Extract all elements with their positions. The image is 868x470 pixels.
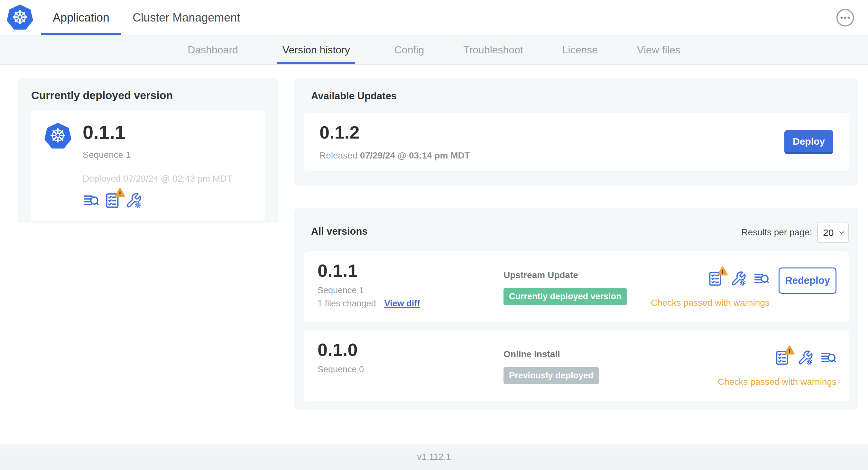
redeploy-button[interactable]: Redeploy [779, 267, 836, 294]
config-icon[interactable] [125, 192, 142, 209]
deploy-button[interactable]: Deploy [784, 130, 833, 154]
version-actions: Checks passed with warnings [718, 350, 836, 387]
tab-view-files-label: View files [637, 44, 680, 56]
deployed-version-number: 0.1.1 [83, 123, 232, 142]
logs-icon[interactable] [83, 192, 99, 209]
checks-status-text: Checks passed with warnings [718, 377, 836, 387]
tab-application[interactable]: Application [41, 0, 121, 35]
version-sequence: Sequence 0 [317, 365, 364, 374]
version-actions: Checks passed with warnings Redeploy [651, 271, 836, 308]
tab-application-label: Application [53, 11, 110, 25]
tab-dashboard[interactable]: Dashboard [188, 35, 238, 64]
admin-console-app: ☸ Application Cluster Management Dashboa… [0, 0, 868, 470]
version-sequence: Sequence 1 [317, 286, 420, 296]
update-released-line: Released 07/29/24 @ 03:14 pm MDT [319, 150, 470, 161]
update-version-number: 0.1.2 [319, 124, 470, 141]
tab-license-label: License [562, 44, 598, 56]
tab-version-history[interactable]: Version history [277, 35, 355, 64]
tab-config-label: Config [395, 44, 424, 56]
tab-license[interactable]: License [562, 35, 598, 64]
tab-version-history-label: Version history [282, 44, 350, 56]
tab-view-files[interactable]: View files [637, 35, 680, 64]
files-changed-label: 1 files changed [317, 299, 376, 309]
primary-nav: Application Cluster Management [41, 0, 252, 35]
tab-config[interactable]: Config [395, 35, 424, 64]
kubernetes-wheel-icon: ☸ [49, 126, 67, 146]
version-action-icons: Checks passed with warnings [718, 350, 836, 387]
currently-deployed-card: Currently deployed version ☸ 0.1.1 Seque… [18, 78, 278, 224]
tab-troubleshoot-label: Troubleshoot [463, 44, 523, 56]
results-per-page-select-box: 20 [817, 222, 849, 243]
version-info: 0.1.1 Sequence 1 1 files changed View di… [317, 262, 420, 309]
version-source: Online Install [503, 349, 560, 360]
all-versions-card: All versions Results per page: 20 0.1.1 … [294, 208, 858, 410]
footer: v1.112.1 [0, 444, 868, 470]
view-diff-link[interactable]: View diff [384, 299, 420, 309]
warning-triangle-icon [114, 187, 126, 199]
topbar-spacer [252, 0, 836, 35]
kubernetes-wheel-icon: ☸ [11, 8, 28, 27]
all-versions-header: All versions Results per page: 20 [304, 217, 849, 243]
warning-triangle-icon [784, 345, 795, 356]
tab-cluster-management[interactable]: Cluster Management [121, 0, 252, 35]
released-label: Released [319, 150, 358, 160]
version-source-block: Upstream Update Currently deployed versi… [503, 270, 627, 305]
results-per-page-select[interactable]: 20 [817, 222, 849, 243]
preflight-checks-warning-icon[interactable] [774, 350, 790, 366]
tab-cluster-management-label: Cluster Management [132, 11, 240, 25]
version-row-0-1-1: 0.1.1 Sequence 1 1 files changed View di… [304, 251, 849, 322]
app-logo: ☸ [44, 123, 72, 150]
version-number: 0.1.1 [317, 262, 420, 280]
checks-status-text: Checks passed with warnings [651, 298, 770, 308]
config-icon[interactable] [797, 350, 813, 366]
tab-dashboard-label: Dashboard [188, 44, 238, 56]
icon-row [774, 350, 836, 366]
version-number: 0.1.0 [317, 341, 364, 359]
results-per-page-label: Results per page: [742, 227, 812, 238]
ellipsis-menu-icon[interactable] [836, 8, 855, 27]
preflight-checks-warning-icon[interactable] [707, 271, 723, 287]
version-row-0-1-0: 0.1.0 Sequence 0 Online Install Previous… [304, 331, 849, 401]
deployed-timestamp: Deployed 07/29/24 @ 02:43 pm MDT [83, 174, 232, 184]
available-update-row: 0.1.2 Released 07/29/24 @ 03:14 pm MDT D… [304, 113, 849, 171]
released-timestamp: 07/29/24 @ 03:14 pm MDT [360, 150, 470, 160]
kubernetes-logo: ☸ [6, 4, 33, 31]
icon-row [707, 271, 770, 287]
deployed-sequence: Sequence 1 [83, 150, 232, 160]
status-badge: Currently deployed version [503, 288, 627, 305]
logs-icon[interactable] [753, 271, 770, 287]
version-action-icons: Checks passed with warnings [651, 271, 770, 308]
available-updates-card: Available Updates 0.1.2 Released 07/29/2… [294, 78, 858, 186]
app-subnav: Dashboard Version history Config Trouble… [0, 35, 868, 65]
files-changed-line: 1 files changed View diff [317, 299, 420, 309]
warning-triangle-icon [717, 266, 728, 277]
logs-icon[interactable] [820, 350, 836, 366]
version-source: Upstream Update [503, 270, 578, 280]
status-badge: Previously deployed [503, 367, 599, 384]
deployed-version-info: 0.1.1 Sequence 1 Deployed 07/29/24 @ 02:… [83, 123, 232, 209]
preflight-checks-warning-icon[interactable] [104, 192, 121, 209]
console-version: v1.112.1 [417, 452, 451, 462]
version-info: 0.1.0 Sequence 0 [317, 341, 364, 374]
version-source-block: Online Install Previously deployed [503, 349, 599, 384]
update-info: 0.1.2 Released 07/29/24 @ 03:14 pm MDT [319, 124, 470, 161]
tab-troubleshoot[interactable]: Troubleshoot [463, 35, 523, 64]
currently-deployed-title: Currently deployed version [31, 89, 265, 102]
top-header: ☸ Application Cluster Management [0, 0, 868, 35]
currently-deployed-version-panel: ☸ 0.1.1 Sequence 1 Deployed 07/29/24 @ 0… [31, 110, 265, 221]
all-versions-title: All versions [311, 226, 368, 237]
config-icon[interactable] [730, 271, 746, 287]
deployed-version-actions [83, 192, 232, 209]
available-updates-title: Available Updates [311, 90, 849, 102]
